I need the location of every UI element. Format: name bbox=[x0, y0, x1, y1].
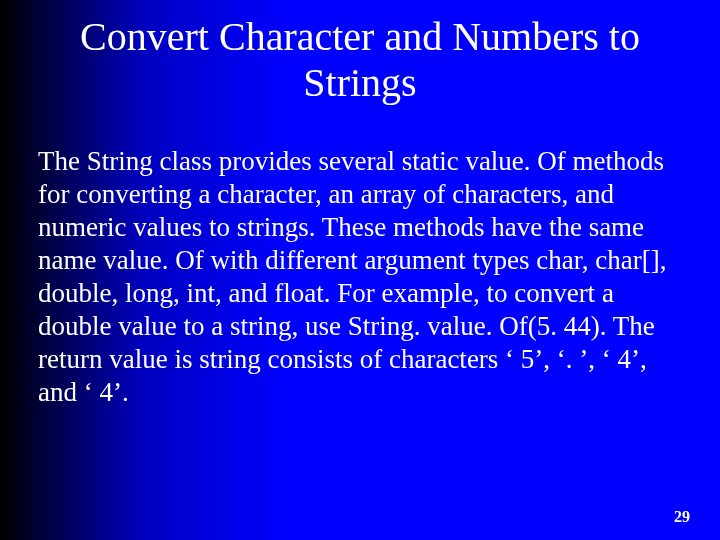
page-number: 29 bbox=[674, 508, 690, 526]
slide-body-text: The String class provides several static… bbox=[38, 145, 690, 409]
slide-title: Convert Character and Numbers to Strings bbox=[0, 14, 720, 106]
slide: Convert Character and Numbers to Strings… bbox=[0, 0, 720, 540]
